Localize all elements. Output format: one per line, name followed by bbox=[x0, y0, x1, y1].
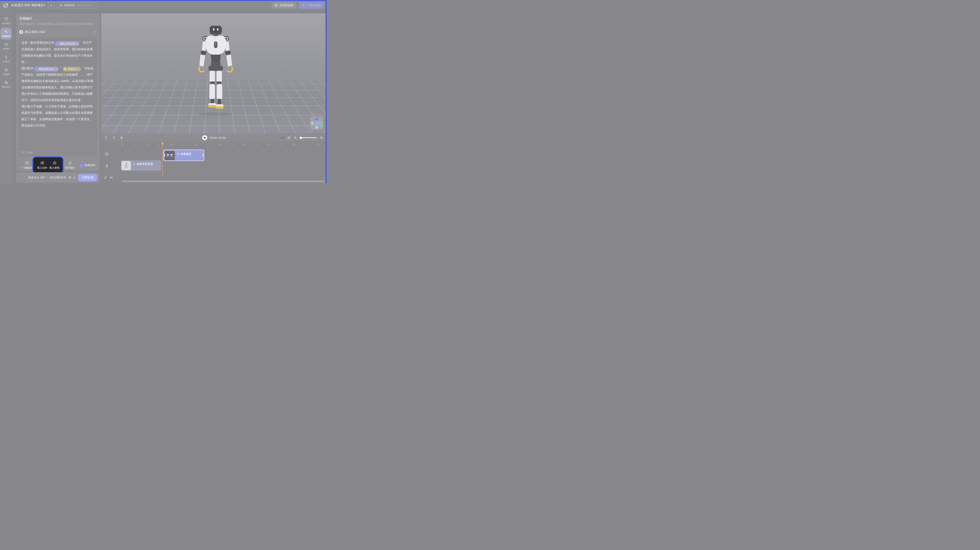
playhead-line bbox=[162, 145, 163, 177]
ruler-label: 6f bbox=[195, 143, 197, 146]
ruler-tick bbox=[208, 144, 208, 146]
slider-thumb[interactable] bbox=[300, 137, 302, 139]
zoom-out-icon[interactable] bbox=[294, 136, 297, 139]
ruler-tick bbox=[325, 144, 325, 146]
screen-highlight-top-strip bbox=[0, 0, 327, 1]
bracket: 」 bbox=[84, 73, 87, 76]
bracket: 「 bbox=[82, 67, 84, 70]
robot-face-icon bbox=[56, 42, 59, 45]
auto-fit-icon[interactable] bbox=[281, 136, 285, 139]
smiley-icon bbox=[177, 152, 180, 155]
action-clip[interactable]: 超帅走路姿势 bbox=[121, 160, 161, 171]
sidebar-item-label: 我的任务 bbox=[2, 86, 10, 89]
project-title: A1机器人动作-我的项目1 bbox=[11, 3, 45, 7]
action-clip-label: 超帅走路姿势 bbox=[137, 162, 153, 166]
audio-file-name: 默认名称1.mp3 bbox=[25, 30, 45, 34]
expression-track-icon bbox=[105, 152, 109, 156]
checkbox-checked-icon[interactable] bbox=[80, 163, 83, 167]
svg-text:X: X bbox=[320, 122, 322, 124]
sidebar: 动作模仿 音频编排 表情库 动作库 音频库 我的任务 bbox=[0, 10, 12, 183]
clapperboard-icon bbox=[4, 17, 8, 21]
robot-face-icon bbox=[4, 42, 8, 46]
expression-clip[interactable]: 害羞微笑 bbox=[163, 150, 204, 161]
sidebar-item-expression-library[interactable]: 表情库 bbox=[1, 41, 12, 52]
expression-tag[interactable]: 哈哈大笑(10s)× bbox=[34, 67, 59, 71]
sparkles-icon bbox=[4, 30, 8, 34]
tag-close-icon[interactable]: × bbox=[56, 66, 57, 72]
char-count: 52 / 1,000 bbox=[21, 151, 33, 154]
script-editor[interactable]: 这是一家全球领先的公司哈哈大笑(10s)×「专注于先进机器人系统的设计、制造和部… bbox=[19, 38, 97, 157]
tag-label: 哈哈大笑(10s) bbox=[60, 40, 75, 47]
checkbox-label: 韵律动作 bbox=[84, 163, 95, 167]
sidebar-item-my-tasks[interactable]: 我的任务 bbox=[1, 79, 12, 90]
deploy-label: 下发到设备 bbox=[307, 3, 321, 7]
generate-footer: 剩余灵石 300 | 本次消耗灵石 0 立即生成 bbox=[16, 172, 100, 183]
svg-text:Y: Y bbox=[316, 122, 318, 124]
delete-audio-button[interactable] bbox=[93, 30, 96, 34]
horizontal-scrollbar[interactable] bbox=[122, 181, 325, 182]
synthesize-save-button[interactable]: 合成并保存 bbox=[272, 2, 296, 9]
redo-icon[interactable] bbox=[112, 136, 116, 139]
ruler-tick bbox=[135, 144, 135, 146]
top-bar: A1机器人动作-我的项目1 保存时间 26/01/03 12:01 合成并保存 … bbox=[0, 1, 327, 10]
fit-width-icon[interactable] bbox=[287, 136, 291, 139]
sidebar-item-label: 音频库 bbox=[3, 73, 10, 76]
expression-clip-label: 害羞微笑 bbox=[180, 152, 191, 156]
timeline[interactable]: 0f 2f 4f 6f 8f 10f 12f 14f 16f bbox=[101, 142, 327, 183]
clear-arrangement-button[interactable]: 清空编排 bbox=[64, 161, 76, 170]
play-button[interactable] bbox=[202, 135, 207, 140]
sidebar-item-label: 动作模仿 bbox=[2, 22, 10, 25]
cost-value: 0 bbox=[73, 176, 75, 179]
undo-icon[interactable] bbox=[105, 136, 108, 139]
3d-viewport[interactable]: Z X Y bbox=[101, 13, 327, 133]
zoom-in-icon[interactable] bbox=[320, 136, 323, 139]
playback-bar: 00:00 / 00:30 bbox=[101, 134, 327, 141]
sidebar-item-label: 表情库 bbox=[3, 48, 10, 51]
timeline-zoom-slider[interactable] bbox=[300, 137, 317, 138]
tag-close-icon[interactable]: × bbox=[76, 40, 78, 47]
volume-icon[interactable] bbox=[109, 176, 113, 179]
sidebar-item-action-library[interactable]: 动作库 bbox=[1, 53, 12, 65]
sidebar-item-motion-mimic[interactable]: 动作模仿 bbox=[1, 15, 12, 27]
tag-label: 哈哈大笑(10s) bbox=[39, 66, 54, 72]
button-label: 插入表情 bbox=[49, 166, 60, 170]
screen-highlight-right-strip bbox=[326, 0, 327, 183]
audio-track-icon bbox=[103, 176, 108, 179]
tag-label: 弯腰(5s) bbox=[68, 66, 77, 72]
bracket: 」 bbox=[81, 73, 84, 76]
button-label: 清空编排 bbox=[65, 166, 75, 170]
ruler-label: 2f bbox=[146, 143, 148, 146]
script-text: 这是一家全球领先的公司 bbox=[21, 41, 54, 44]
playhead-marker[interactable] bbox=[161, 143, 164, 145]
insert-action-button[interactable]: 插入动作 bbox=[36, 161, 48, 170]
sidebar-item-audio-arrange[interactable]: 音频编排 bbox=[1, 28, 12, 40]
delete-clip-icon[interactable] bbox=[120, 136, 123, 139]
rhythm-motion-toggle[interactable]: 韵律动作 bbox=[80, 163, 95, 167]
generate-now-button[interactable]: 立即生成 bbox=[78, 174, 97, 181]
ruler-tick bbox=[183, 144, 184, 146]
panel-subtitle: 通过音频处理，生成音频素材以及融合动作和表情的音频编排素材 bbox=[19, 22, 93, 26]
save-time-value: 26/01/03 12:01 bbox=[76, 4, 94, 7]
sidebar-item-label: 音频编排 bbox=[2, 35, 10, 38]
divider: | bbox=[47, 176, 48, 179]
rename-project-button[interactable] bbox=[48, 2, 55, 8]
playback-time: 00:00 / 00:30 bbox=[210, 136, 226, 139]
script-text: 我们提供 bbox=[21, 67, 33, 70]
axis-gizmo[interactable]: Z X Y bbox=[310, 117, 323, 130]
tag-close-icon[interactable]: × bbox=[78, 66, 80, 72]
one-click-arrange-button[interactable]: AI 一键编排 bbox=[21, 161, 33, 170]
insert-expression-button[interactable]: 插入表情 bbox=[49, 161, 60, 170]
expression-tag[interactable]: 哈哈大笑(10s)× bbox=[55, 41, 80, 46]
audio-play-button[interactable] bbox=[19, 30, 23, 34]
eraser-icon bbox=[68, 161, 72, 165]
ruler-label: 12f bbox=[267, 143, 270, 146]
cloud-check-icon bbox=[59, 3, 63, 7]
music-box-icon bbox=[4, 68, 8, 72]
editor-toolbar: AI 一键编排 插入动作 插入表情 清空编排 韵律动作 bbox=[19, 159, 97, 172]
audio-file-row: 默认名称1.mp3 bbox=[19, 29, 96, 35]
action-tag[interactable]: 弯腰(5s)× bbox=[63, 67, 81, 71]
gem-icon bbox=[68, 176, 72, 179]
sidebar-item-audio-library[interactable]: 音频库 bbox=[1, 66, 12, 78]
robot-model[interactable] bbox=[194, 21, 237, 120]
deploy-to-device-button[interactable]: 下发到设备 bbox=[299, 2, 324, 9]
